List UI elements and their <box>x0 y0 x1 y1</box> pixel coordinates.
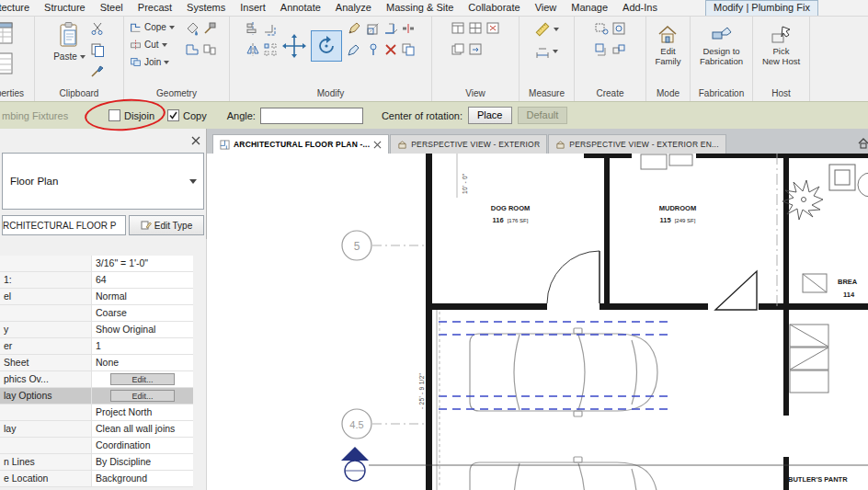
edit-button[interactable]: Edit... <box>110 390 175 402</box>
profile-icon[interactable] <box>185 42 200 61</box>
properties-filter-combo[interactable]: RCHITECTURAL FLOOR P <box>2 215 126 235</box>
property-value[interactable]: By Discipline <box>92 454 193 470</box>
drawing-canvas[interactable]: 5 4.5 <box>207 154 868 490</box>
property-value[interactable]: Normal <box>92 289 193 304</box>
panel-label-properties[interactable]: perties <box>0 87 34 101</box>
type-selector[interactable]: Floor Plan <box>2 153 204 210</box>
copy-checkbox[interactable] <box>167 109 179 121</box>
callout-icon[interactable] <box>594 21 609 40</box>
disjoin-option[interactable]: Disjoin <box>108 109 154 121</box>
panel-label-create[interactable]: Create <box>575 87 645 101</box>
tab-add-ins[interactable]: Add-Ins <box>615 0 665 17</box>
create-similar-icon[interactable] <box>594 42 609 61</box>
rotate-tool-active[interactable] <box>311 30 342 62</box>
tab-view[interactable]: View <box>528 0 565 17</box>
property-value[interactable]: Show Original <box>92 322 193 337</box>
room-tag-dog-room[interactable]: DOG ROOM 116[176 SF] <box>491 204 531 224</box>
tab-analyze[interactable]: Analyze <box>328 0 379 17</box>
disjoin-checkbox[interactable] <box>108 109 120 121</box>
edit-button[interactable]: Edit... <box>110 373 175 385</box>
copy-to-clipboard-icon[interactable] <box>90 42 105 61</box>
array-icon[interactable] <box>263 42 278 61</box>
move-icon[interactable] <box>282 34 306 62</box>
view-switch-icon[interactable] <box>468 42 483 61</box>
copy-tool-icon[interactable] <box>401 42 416 61</box>
edit-pencil-icon[interactable] <box>347 21 361 40</box>
edit-pencil-2-icon[interactable] <box>347 42 361 61</box>
view-tab-floor-plan[interactable]: ARCHITECTURAL FLOOR PLAN -... <box>212 134 389 154</box>
angle-input[interactable] <box>260 108 363 124</box>
pick-new-host-button[interactable]: Pick New Host <box>762 21 800 67</box>
copy-option[interactable]: Copy <box>167 109 207 121</box>
cope-button[interactable]: Cope <box>130 21 175 33</box>
create-assembly-icon[interactable] <box>611 42 626 61</box>
create-group-icon[interactable] <box>611 21 626 40</box>
view-cascade-icon[interactable] <box>451 42 465 61</box>
tab-massing-site[interactable]: Massing & Site <box>379 0 461 17</box>
delete-icon[interactable] <box>383 42 398 61</box>
tab-steel[interactable]: Steel <box>93 0 131 17</box>
pin-icon[interactable] <box>366 42 381 61</box>
panel-label-fabrication[interactable]: Fabrication <box>691 87 752 101</box>
view-tab-perspective-2[interactable]: PERSPECTIVE VIEW - EXTERIOR EN... <box>548 134 725 154</box>
property-value[interactable]: None <box>92 355 193 370</box>
cut-to-clipboard-icon[interactable] <box>90 21 105 40</box>
align-icon[interactable] <box>246 21 260 40</box>
car-1[interactable] <box>470 328 657 416</box>
scale-icon[interactable] <box>366 21 381 40</box>
property-value[interactable]: Coarse <box>92 305 193 321</box>
paint-icon[interactable] <box>185 21 200 40</box>
grid-bubble-4-5[interactable]: 4.5 <box>342 409 371 439</box>
room-tag-butlers-pantry[interactable]: BUTLER'S PANTR <box>788 475 848 484</box>
edit-type-button[interactable]: Edit Type <box>129 215 204 235</box>
design-to-fabrication-button[interactable]: Design to Fabrication <box>700 21 743 67</box>
property-value[interactable]: 3/16" = 1'-0" <box>92 256 193 271</box>
property-value[interactable]: Project North <box>92 405 193 420</box>
tab-manage[interactable]: Manage <box>564 0 615 17</box>
doors[interactable] <box>547 251 757 310</box>
panel-label-clipboard[interactable]: Clipboard <box>35 87 123 101</box>
unjoin-icon[interactable] <box>202 42 217 61</box>
close-tab-icon[interactable] <box>373 141 382 149</box>
panel-label-geometry[interactable]: Geometry <box>124 87 229 101</box>
home-view-icon[interactable] <box>857 137 868 150</box>
cut-geometry-button[interactable]: Cut <box>130 39 167 51</box>
type-selector-dropdown-icon[interactable] <box>189 179 197 184</box>
properties-icon[interactable] <box>0 21 15 49</box>
match-type-icon[interactable] <box>90 63 105 82</box>
close-properties-icon[interactable] <box>190 135 201 146</box>
property-value[interactable]: Background <box>92 471 193 486</box>
tab-modify-contextual[interactable]: Modify | Plumbing Fix <box>705 0 818 17</box>
join-button[interactable]: Join <box>130 56 169 68</box>
panel-label-view[interactable]: View <box>432 87 519 101</box>
tab-systems[interactable]: Systems <box>179 0 233 17</box>
tab-collaborate[interactable]: Collaborate <box>461 0 527 17</box>
edit-family-button[interactable]: Edit Family <box>656 21 681 67</box>
measure-button[interactable] <box>534 21 559 38</box>
split-icon[interactable] <box>401 21 416 40</box>
mirror-icon[interactable] <box>246 42 260 61</box>
car-2[interactable] <box>470 457 657 490</box>
panel-label-measure[interactable]: Measure <box>520 87 574 101</box>
room-tag-break-room[interactable]: BREA 114 <box>838 278 858 299</box>
room-tag-mudroom[interactable]: MUDROOM 115[249 SF] <box>659 204 696 224</box>
panel-label-modify[interactable]: Modify <box>230 87 431 101</box>
property-value[interactable]: Coordination <box>92 438 193 453</box>
dimension-button[interactable] <box>535 44 558 59</box>
grid-bubble-5[interactable]: 5 <box>342 231 371 260</box>
tab-structure[interactable]: Structure <box>37 0 93 17</box>
property-value[interactable]: 1 <box>92 338 193 354</box>
property-value[interactable]: Clean all wall joins <box>92 421 193 437</box>
view-close-icon[interactable] <box>485 21 500 40</box>
view-tab-perspective-1[interactable]: PERSPECTIVE VIEW - EXTERIOR <box>390 134 547 154</box>
grid-lines[interactable] <box>372 154 777 424</box>
paste-button[interactable]: Paste <box>53 21 86 62</box>
tab-annotate[interactable]: Annotate <box>273 0 328 17</box>
tab-architecture[interactable]: itecture <box>0 0 37 17</box>
property-value[interactable]: 64 <box>92 272 193 288</box>
view-window-icon[interactable] <box>451 21 465 40</box>
tab-insert[interactable]: Insert <box>233 0 273 17</box>
panel-label-mode[interactable]: Mode <box>646 87 690 101</box>
view-tile-icon[interactable] <box>468 21 483 40</box>
place-button[interactable]: Place <box>468 107 512 124</box>
